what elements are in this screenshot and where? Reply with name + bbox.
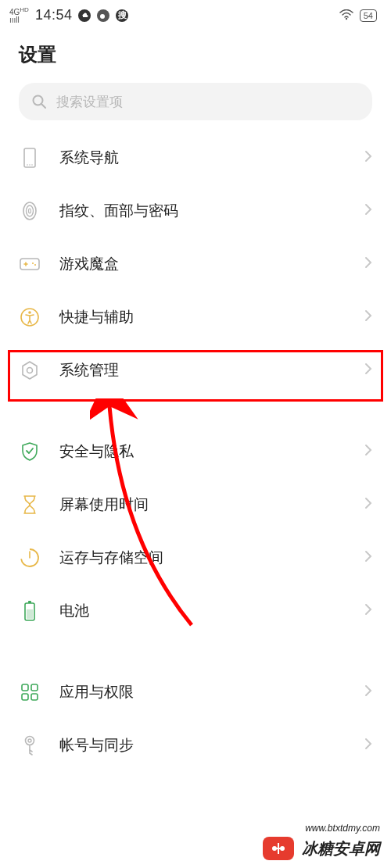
signal-indicator: 4GHDıııll xyxy=(9,7,29,24)
svg-point-16 xyxy=(27,368,33,373)
svg-point-9 xyxy=(27,205,34,216)
item-label: 快捷与辅助 xyxy=(59,307,346,327)
cloud-icon xyxy=(78,9,91,22)
status-left: 4GHDıııll 14:54 搜 xyxy=(9,7,128,24)
watermark-text: 冰糖安卓网 xyxy=(302,838,380,859)
svg-point-6 xyxy=(29,164,30,166)
item-label: 系统导航 xyxy=(59,148,346,168)
chevron-right-icon xyxy=(364,363,372,378)
weibo-icon xyxy=(97,9,109,22)
chevron-right-icon xyxy=(364,550,372,566)
chevron-right-icon xyxy=(364,256,372,272)
search-icon xyxy=(31,94,47,109)
svg-rect-24 xyxy=(31,694,38,700)
gear-hex-icon xyxy=(19,359,41,381)
apps-icon xyxy=(19,681,41,703)
search-placeholder: 搜索设置项 xyxy=(56,93,123,111)
svg-point-8 xyxy=(23,202,36,220)
gamepad-icon xyxy=(19,253,41,275)
svg-point-26 xyxy=(28,739,31,742)
battery-indicator: 54 xyxy=(360,9,377,22)
item-shortcuts-accessibility[interactable]: 快捷与辅助 xyxy=(0,291,391,344)
item-label: 指纹、面部与密码 xyxy=(59,201,346,221)
shield-icon xyxy=(19,441,41,463)
item-battery[interactable]: 电池 xyxy=(0,584,391,638)
phone-icon xyxy=(19,147,41,169)
clock: 14:54 xyxy=(35,7,73,23)
hourglass-icon xyxy=(19,494,41,516)
svg-point-15 xyxy=(28,311,31,314)
sogou-icon: 搜 xyxy=(116,9,128,22)
battery-icon xyxy=(19,600,41,622)
status-right: 54 xyxy=(339,9,377,23)
fingerprint-icon xyxy=(19,200,41,222)
item-game-box[interactable]: 游戏魔盒 xyxy=(0,238,391,291)
item-apps-permissions[interactable]: 应用与权限 xyxy=(0,666,391,719)
item-account-sync[interactable]: 帐号与同步 xyxy=(0,719,391,772)
item-ram-storage[interactable]: 运存与存储空间 xyxy=(0,531,391,584)
svg-point-1 xyxy=(346,17,347,19)
svg-point-0 xyxy=(100,14,105,19)
item-screen-time[interactable]: 屏幕使用时间 xyxy=(0,478,391,531)
svg-point-10 xyxy=(29,209,31,213)
status-bar: 4GHDıııll 14:54 搜 54 xyxy=(0,0,391,31)
item-security-privacy[interactable]: 安全与隐私 xyxy=(0,425,391,478)
svg-point-12 xyxy=(32,263,34,264)
item-label: 安全与隐私 xyxy=(59,441,346,462)
settings-list: 系统导航 指纹、面部与密码 游戏魔盒 快捷与辅助 xyxy=(0,131,391,772)
item-fingerprint-face-password[interactable]: 指纹、面部与密码 xyxy=(0,184,391,238)
svg-point-2 xyxy=(34,96,43,105)
chevron-right-icon xyxy=(364,309,372,325)
key-icon xyxy=(19,734,41,756)
svg-point-13 xyxy=(34,264,36,266)
svg-rect-20 xyxy=(27,609,33,619)
svg-point-5 xyxy=(27,164,28,166)
search-input[interactable]: 搜索设置项 xyxy=(19,83,372,120)
item-label: 游戏魔盒 xyxy=(59,254,346,274)
chevron-right-icon xyxy=(364,497,372,513)
item-system-management[interactable]: 系统管理 xyxy=(0,344,391,397)
item-label: 帐号与同步 xyxy=(59,735,346,755)
svg-point-25 xyxy=(26,737,34,745)
chevron-right-icon xyxy=(364,603,372,619)
storage-icon xyxy=(19,547,41,569)
item-system-navigation[interactable]: 系统导航 xyxy=(0,131,391,184)
item-label: 应用与权限 xyxy=(59,682,346,702)
svg-rect-23 xyxy=(22,694,28,700)
accessibility-icon xyxy=(19,306,41,328)
watermark: 冰糖安卓网 xyxy=(252,829,391,868)
page-title: 设置 xyxy=(0,31,391,83)
chevron-right-icon xyxy=(364,444,372,459)
svg-rect-19 xyxy=(28,601,31,603)
svg-rect-22 xyxy=(31,684,38,691)
item-label: 运存与存储空间 xyxy=(59,548,346,568)
wifi-icon xyxy=(339,9,353,23)
chevron-right-icon xyxy=(364,203,372,219)
item-label: 电池 xyxy=(59,601,346,621)
svg-line-3 xyxy=(42,105,46,109)
item-label: 屏幕使用时间 xyxy=(59,495,346,515)
svg-rect-21 xyxy=(22,684,28,691)
chevron-right-icon xyxy=(364,150,372,166)
svg-point-7 xyxy=(31,164,33,166)
svg-rect-11 xyxy=(20,259,39,270)
item-label: 系统管理 xyxy=(59,360,346,380)
watermark-logo-icon xyxy=(263,837,294,860)
chevron-right-icon xyxy=(364,684,372,700)
chevron-right-icon xyxy=(364,738,372,753)
